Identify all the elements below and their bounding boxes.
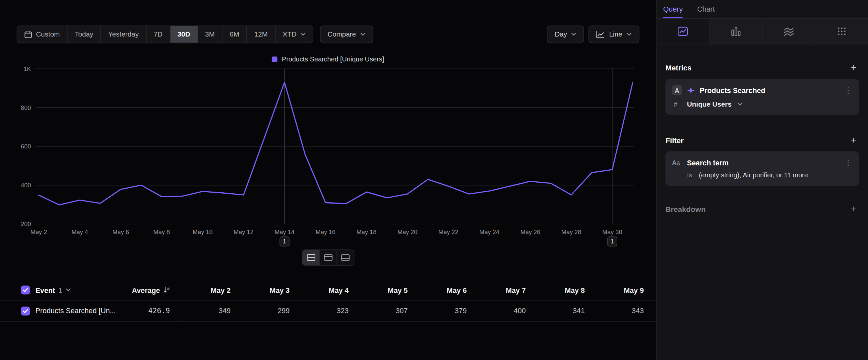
filter-heading: Filter xyxy=(665,136,684,144)
filter-condition[interactable]: Is (empty string), Air purifier, or 11 m… xyxy=(672,171,852,179)
sort-icon[interactable] xyxy=(163,286,170,293)
svg-text:400: 400 xyxy=(21,182,31,189)
svg-text:May 26: May 26 xyxy=(520,228,540,236)
kebab-menu-icon[interactable]: ⋮ xyxy=(844,86,853,95)
date-column-header: May 3 xyxy=(238,286,297,294)
line-chart: 2004006008001KMay 2May 4May 6May 8May 10… xyxy=(0,0,656,249)
filter-row[interactable]: Aa Search term ⋮ xyxy=(672,158,852,167)
series-letter-badge: A xyxy=(672,85,682,95)
cell-value: 323 xyxy=(297,307,355,315)
layout-top-icon xyxy=(324,254,333,261)
tab-query[interactable]: Query xyxy=(663,0,683,18)
average-column-header[interactable]: Average xyxy=(132,286,160,294)
table-header-row: Event 1 Average May 2 May 3 May 4 May 5 … xyxy=(0,280,656,301)
filter-operator: Is xyxy=(687,171,692,179)
stacked-lines-icon xyxy=(784,27,794,36)
chart-type-selector xyxy=(656,19,868,45)
svg-text:May 12: May 12 xyxy=(234,228,254,236)
add-breakdown-button[interactable]: + xyxy=(848,203,859,215)
svg-text:600: 600 xyxy=(21,143,31,150)
metric-row[interactable]: A Products Searched ⋮ xyxy=(672,85,852,95)
filter-property-name: Search term xyxy=(687,159,838,167)
svg-text:May 4: May 4 xyxy=(71,228,88,236)
chart-type-bar-button[interactable] xyxy=(710,19,763,44)
dot-grid-icon xyxy=(837,27,846,36)
svg-text:1: 1 xyxy=(283,238,286,245)
svg-text:1K: 1K xyxy=(24,65,31,73)
cell-value: 299 xyxy=(238,307,297,315)
number-symbol-icon: # xyxy=(674,100,681,108)
svg-text:May 18: May 18 xyxy=(356,228,376,236)
bar-chart-icon xyxy=(731,27,740,36)
aggregation-selector[interactable]: # Unique Users xyxy=(672,100,852,108)
breakdown-heading: Breakdown xyxy=(665,205,706,213)
filter-card: Aa Search term ⋮ Is (empty string), Air … xyxy=(665,151,859,186)
svg-text:May 16: May 16 xyxy=(316,228,336,236)
svg-text:May 14: May 14 xyxy=(275,228,294,236)
date-column-header: May 5 xyxy=(355,286,414,294)
string-type-icon: Aa xyxy=(672,159,682,166)
date-column-header: May 7 xyxy=(473,286,532,294)
aggregation-label: Unique Users xyxy=(687,100,732,108)
select-all-checkbox[interactable] xyxy=(21,286,30,295)
row-average-value: 426.9 xyxy=(148,307,170,315)
layout-chart-only-button[interactable] xyxy=(319,250,337,265)
cell-value: 341 xyxy=(532,307,591,315)
chevron-down-icon xyxy=(737,103,742,106)
row-event-name: Products Searched [Un... xyxy=(35,307,116,315)
add-metric-button[interactable]: + xyxy=(848,62,859,73)
date-column-header: May 4 xyxy=(297,286,355,294)
date-column-header: May 2 xyxy=(178,286,238,294)
event-column-header[interactable]: Event xyxy=(35,286,55,294)
cell-value: 307 xyxy=(355,307,414,315)
cell-value: 400 xyxy=(473,307,532,315)
insights-report: Custom Today Yesterday 7D 30D 3M 6M 12M … xyxy=(0,0,868,360)
chevron-down-icon[interactable] xyxy=(66,288,71,292)
table-row: Products Searched [Un... 426.9 349 299 3… xyxy=(0,301,656,322)
layout-toggle xyxy=(302,249,354,265)
line-chart-icon xyxy=(677,27,688,36)
date-column-header: May 9 xyxy=(591,286,651,294)
svg-text:May 28: May 28 xyxy=(561,228,581,236)
metrics-heading: Metrics xyxy=(665,63,692,72)
date-column-header: May 8 xyxy=(532,286,591,294)
filter-value: (empty string), Air purifier, or 11 more xyxy=(699,171,808,179)
svg-text:May 24: May 24 xyxy=(479,228,499,236)
svg-text:May 2: May 2 xyxy=(31,228,47,236)
panel-tabbar: Query Chart xyxy=(656,0,868,19)
row-checkbox[interactable] xyxy=(21,306,30,315)
svg-text:May 22: May 22 xyxy=(438,228,458,236)
cell-value: 349 xyxy=(178,307,238,315)
event-sparkle-icon xyxy=(687,86,694,94)
chart-pane: Custom Today Yesterday 7D 30D 3M 6M 12M … xyxy=(0,0,656,360)
kebab-menu-icon[interactable]: ⋮ xyxy=(844,158,853,167)
layout-split-button[interactable] xyxy=(302,250,320,265)
svg-text:May 30: May 30 xyxy=(602,228,622,236)
svg-text:May 8: May 8 xyxy=(154,228,170,236)
svg-text:May 20: May 20 xyxy=(398,228,417,236)
metric-card: A Products Searched ⋮ # Unique Users xyxy=(665,79,859,115)
svg-text:1: 1 xyxy=(611,238,614,245)
event-count: 1 xyxy=(58,286,62,294)
svg-text:May 6: May 6 xyxy=(113,228,129,236)
metric-name: Products Searched xyxy=(700,86,838,95)
cell-value: 379 xyxy=(414,307,473,315)
layout-split-icon xyxy=(306,254,315,261)
layout-bottom-icon xyxy=(341,254,350,261)
add-filter-button[interactable]: + xyxy=(848,135,859,146)
chart-type-line-button[interactable] xyxy=(656,19,710,44)
svg-text:200: 200 xyxy=(21,221,31,227)
layout-table-only-button[interactable] xyxy=(337,250,354,265)
svg-text:800: 800 xyxy=(21,104,31,111)
query-panel: Query Chart xyxy=(656,0,868,360)
results-table: Event 1 Average May 2 May 3 May 4 May 5 … xyxy=(0,280,656,322)
svg-text:May 10: May 10 xyxy=(193,228,213,236)
cell-value: 343 xyxy=(591,307,651,315)
date-column-header: May 6 xyxy=(414,286,473,294)
chart-type-stacked-button[interactable] xyxy=(763,19,816,44)
chart-type-metric-button[interactable] xyxy=(816,19,868,44)
tab-chart[interactable]: Chart xyxy=(697,0,715,18)
